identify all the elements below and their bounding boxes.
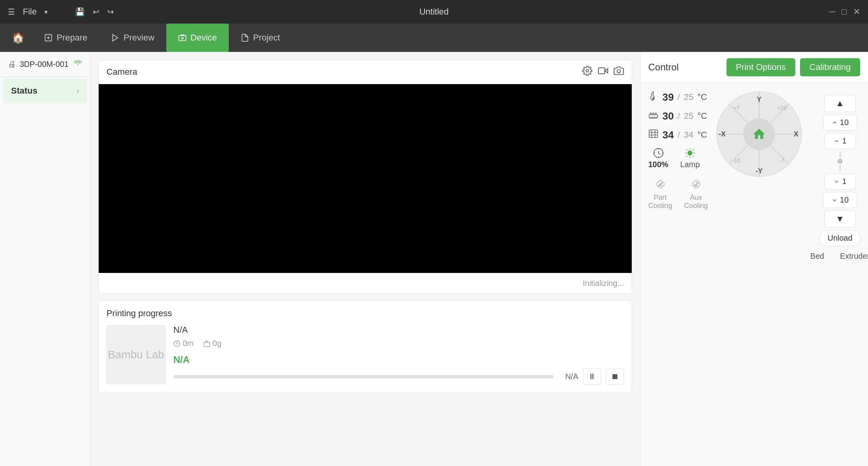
tab-device[interactable]: Device bbox=[166, 24, 229, 52]
svg-rect-7 bbox=[598, 68, 605, 74]
device-id: 3DP-00M-001 bbox=[20, 60, 69, 69]
progress-bar-container: N/A ⏸ ⏹ bbox=[173, 368, 624, 385]
camera-settings-button[interactable] bbox=[582, 66, 592, 78]
bed-extruder-labels: Bed Extruder bbox=[810, 252, 868, 261]
window-title: Untitled bbox=[419, 7, 449, 17]
extruder-label: Extruder bbox=[840, 252, 868, 261]
print-thumbnail: Bambu Lab bbox=[107, 325, 166, 384]
window-controls: ─ □ ✕ bbox=[829, 7, 860, 17]
camera-record-button[interactable] bbox=[598, 66, 608, 78]
z-value-1-down[interactable]: 1 bbox=[824, 173, 856, 190]
z-value-10-up[interactable]: 10 bbox=[823, 114, 857, 131]
svg-marker-6 bbox=[605, 69, 608, 73]
print-options-button[interactable]: Print Options bbox=[726, 58, 795, 76]
bed-label: Bed bbox=[810, 252, 824, 261]
wifi-icon bbox=[74, 59, 82, 70]
z-down-large-button[interactable]: ▼ bbox=[824, 210, 856, 228]
jog-home-button[interactable] bbox=[743, 118, 775, 150]
control-header: Control Print Options Calibrating bbox=[640, 52, 868, 83]
camera-title: Camera bbox=[107, 67, 582, 77]
bed-temp-row: 30 / 25 °C bbox=[648, 110, 708, 122]
nav-bar: 🏠 Prepare Preview Device Project bbox=[0, 24, 868, 52]
hamburger-icon[interactable]: ☰ bbox=[8, 7, 15, 17]
printing-progress-title: Printing progress bbox=[107, 308, 624, 319]
minimize-button[interactable]: ─ bbox=[829, 7, 835, 17]
tab-prepare[interactable]: Prepare bbox=[32, 24, 99, 52]
file-dropdown-arrow[interactable]: ▾ bbox=[44, 8, 48, 16]
z-value-1-up[interactable]: 1 bbox=[824, 133, 856, 149]
bed-temp-sep: / bbox=[678, 112, 680, 121]
unload-button[interactable]: Unload bbox=[819, 230, 861, 246]
bed-temp-target: 25 bbox=[684, 111, 693, 121]
jog-wheel-container: Y -Y -X X +10 -7 +7 -10 bbox=[716, 91, 802, 177]
speed-value: 100% bbox=[648, 160, 668, 169]
lamp-item: Lamp bbox=[680, 147, 700, 169]
progress-pct: N/A bbox=[559, 372, 578, 381]
progress-layer: N/A bbox=[173, 354, 624, 365]
redo-icon[interactable]: ↪ bbox=[107, 7, 114, 17]
camera-header: Camera bbox=[99, 60, 632, 84]
chamber-temp-unit: °C bbox=[697, 130, 707, 140]
speed-item: 100% bbox=[648, 147, 668, 169]
camera-feed bbox=[99, 84, 632, 273]
sidebar-status-label: Status bbox=[11, 86, 37, 96]
progress-bar-bg bbox=[173, 375, 554, 378]
tab-project[interactable]: Project bbox=[229, 24, 292, 52]
content-area: Camera bbox=[90, 52, 640, 466]
pause-button[interactable]: ⏸ bbox=[583, 368, 601, 385]
camera-controls bbox=[582, 66, 624, 78]
tab-preview[interactable]: Preview bbox=[99, 24, 166, 52]
svg-point-8 bbox=[617, 70, 621, 73]
tab-device-label: Device bbox=[191, 33, 217, 43]
z-separator bbox=[838, 151, 842, 171]
svg-rect-2 bbox=[178, 36, 186, 41]
control-left: 39 / 25 °C 30 / bbox=[648, 91, 708, 458]
file-menu[interactable]: File bbox=[23, 7, 37, 17]
lamp-label: Lamp bbox=[680, 160, 700, 169]
nozzle-temp-value: 39 bbox=[662, 91, 674, 103]
menu-area: ☰ File ▾ 💾 ↩ ↪ bbox=[8, 7, 114, 17]
z-controls-column: ▲ 10 1 1 bbox=[810, 91, 868, 458]
right-panel: Control Print Options Calibrating 39 / 2… bbox=[640, 52, 868, 466]
nozzle-icon bbox=[648, 91, 658, 103]
save-icon[interactable]: 💾 bbox=[75, 7, 85, 17]
chamber-icon bbox=[648, 129, 658, 141]
bed-temp-unit: °C bbox=[697, 111, 707, 121]
nav-home-button[interactable]: 🏠 bbox=[4, 32, 32, 44]
undo-icon[interactable]: ↩ bbox=[93, 7, 99, 17]
calibrating-button[interactable]: Calibrating bbox=[800, 58, 860, 76]
nozzle-temp-sep: / bbox=[678, 93, 680, 102]
z-value-10-down[interactable]: 10 bbox=[823, 192, 857, 208]
stop-button[interactable]: ⏹ bbox=[606, 368, 624, 385]
chamber-temp-row: 34 / 34 °C bbox=[648, 129, 708, 141]
chevron-right-icon: › bbox=[77, 87, 79, 94]
control-content: 39 / 25 °C 30 / bbox=[640, 83, 868, 466]
fan-row: Part Cooling Aux Cooling bbox=[648, 179, 708, 210]
device-header: 🖨 3DP-00M-001 bbox=[0, 52, 90, 77]
svg-marker-1 bbox=[113, 35, 118, 41]
tab-prepare-label: Prepare bbox=[57, 33, 87, 43]
chamber-temp-target: 34 bbox=[684, 130, 693, 140]
nozzle-temp-target: 25 bbox=[684, 92, 693, 102]
nozzle-temp-unit: °C bbox=[697, 92, 707, 102]
svg-rect-10 bbox=[204, 343, 210, 347]
bambu-logo: Bambu Lab bbox=[108, 348, 164, 361]
print-filename: N/A bbox=[173, 325, 624, 335]
chamber-temp-sep: / bbox=[678, 131, 680, 140]
part-cooling-item: Part Cooling bbox=[648, 179, 672, 210]
main-layout: 🖨 3DP-00M-001 Status › Camera bbox=[0, 52, 868, 466]
sidebar-item-status[interactable]: Status › bbox=[3, 79, 87, 103]
progress-info: N/A 0m 0g N/A bbox=[173, 325, 624, 385]
close-button[interactable]: ✕ bbox=[853, 7, 860, 17]
svg-point-3 bbox=[182, 37, 183, 39]
print-time: 0m bbox=[183, 339, 194, 348]
svg-rect-12 bbox=[649, 115, 658, 118]
time-info: 0m bbox=[173, 339, 194, 348]
tab-preview-label: Preview bbox=[123, 33, 154, 43]
z-up-large-button[interactable]: ▲ bbox=[824, 95, 856, 112]
progress-content: Bambu Lab N/A 0m 0g N/A bbox=[107, 325, 624, 385]
print-weight: 0g bbox=[213, 339, 221, 348]
svg-text:-7: -7 bbox=[780, 157, 785, 164]
maximize-button[interactable]: □ bbox=[842, 7, 847, 17]
camera-snapshot-button[interactable] bbox=[614, 66, 624, 78]
